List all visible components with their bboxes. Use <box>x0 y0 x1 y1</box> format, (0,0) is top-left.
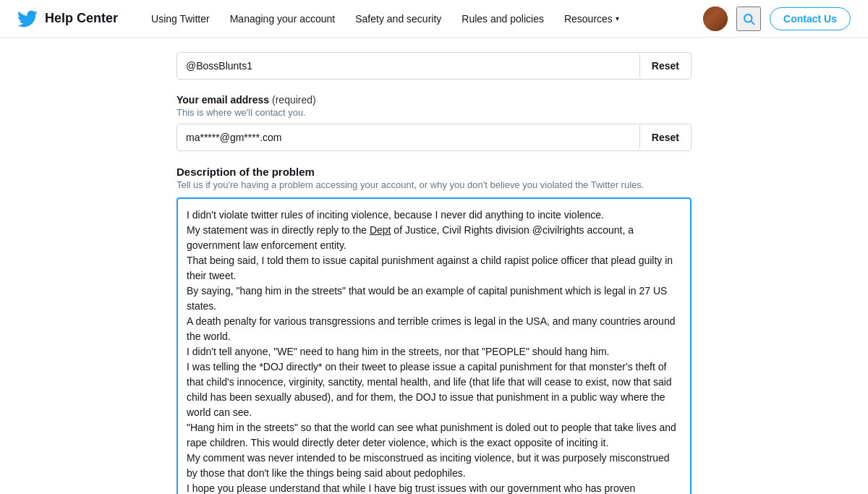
username-reset-button[interactable]: Reset <box>639 54 691 77</box>
description-sublabel: Tell us if you're having a problem acces… <box>176 179 692 190</box>
contact-us-button[interactable]: Contact Us <box>770 7 851 30</box>
main-content: Reset Your email address (required) This… <box>159 38 709 494</box>
email-label: Your email address (required) <box>176 94 692 106</box>
nav-item-using-twitter[interactable]: Using Twitter <box>141 1 220 36</box>
avatar[interactable] <box>703 7 728 31</box>
description-label: Description of the problem <box>176 166 692 178</box>
logo-link[interactable]: Help Center <box>17 9 118 29</box>
description-field-group: Description of the problem Tell us if yo… <box>176 166 692 494</box>
twitter-logo-icon <box>17 9 38 29</box>
site-header: Help Center Using Twitter Managing your … <box>0 0 868 38</box>
header-right-actions: Contact Us <box>703 7 851 31</box>
username-field-group: Reset <box>176 52 692 80</box>
description-textarea-wrapper: I didn't violate twitter rules of inciti… <box>176 197 692 494</box>
email-sublabel: This is where we'll contact you. <box>176 107 692 118</box>
description-text-main: I didn't violate twitter rules of inciti… <box>187 209 683 494</box>
search-icon <box>742 12 755 25</box>
username-input-row: Reset <box>176 52 692 80</box>
nav-item-safety-security[interactable]: Safety and security <box>345 1 451 36</box>
email-reset-button[interactable]: Reset <box>639 126 691 149</box>
main-nav: Using Twitter Managing your account Safe… <box>141 1 703 36</box>
email-input-row: Reset <box>176 124 692 151</box>
username-input[interactable] <box>177 53 639 79</box>
site-title: Help Center <box>45 11 118 26</box>
email-input[interactable] <box>177 124 639 150</box>
nav-item-resources[interactable]: Resources ▾ <box>554 1 629 36</box>
nav-item-rules-policies[interactable]: Rules and policies <box>451 1 554 36</box>
search-button[interactable] <box>736 7 761 31</box>
email-required-marker: (required) <box>272 94 316 106</box>
resources-dropdown-icon: ▾ <box>616 14 619 22</box>
description-textarea[interactable]: I didn't violate twitter rules of inciti… <box>178 199 690 494</box>
nav-item-managing-account[interactable]: Managing your account <box>220 1 346 36</box>
svg-line-1 <box>751 21 754 24</box>
dept-link: Dept <box>370 224 391 236</box>
email-field-group: Your email address (required) This is wh… <box>176 94 692 151</box>
avatar-image <box>703 7 728 31</box>
